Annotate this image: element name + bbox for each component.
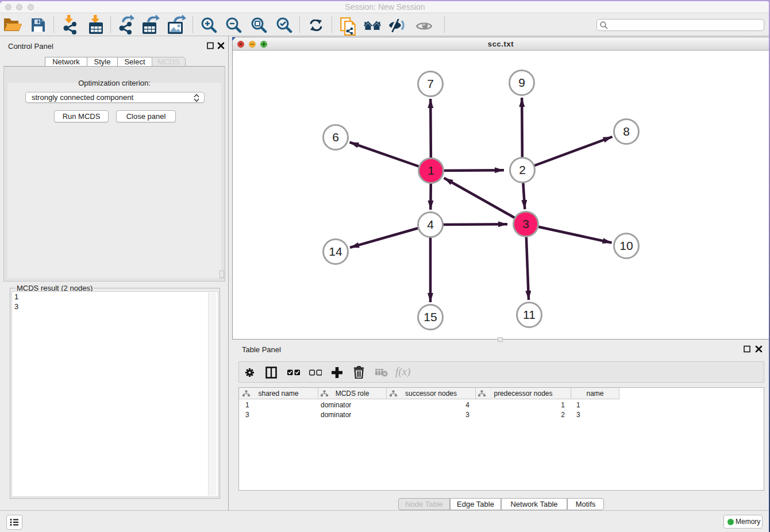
svg-text:6: 6 [332,130,339,144]
svg-text:15: 15 [424,310,437,323]
svg-text:11: 11 [523,308,536,321]
svg-text:10: 10 [619,239,633,252]
svg-text:1: 1 [428,164,434,177]
svg-text:4: 4 [427,218,434,231]
svg-text:2: 2 [519,163,526,176]
svg-text:8: 8 [623,125,630,138]
svg-text:7: 7 [427,77,434,90]
svg-text:9: 9 [518,76,525,89]
svg-text:14: 14 [329,245,342,258]
svg-text:3: 3 [522,217,529,230]
